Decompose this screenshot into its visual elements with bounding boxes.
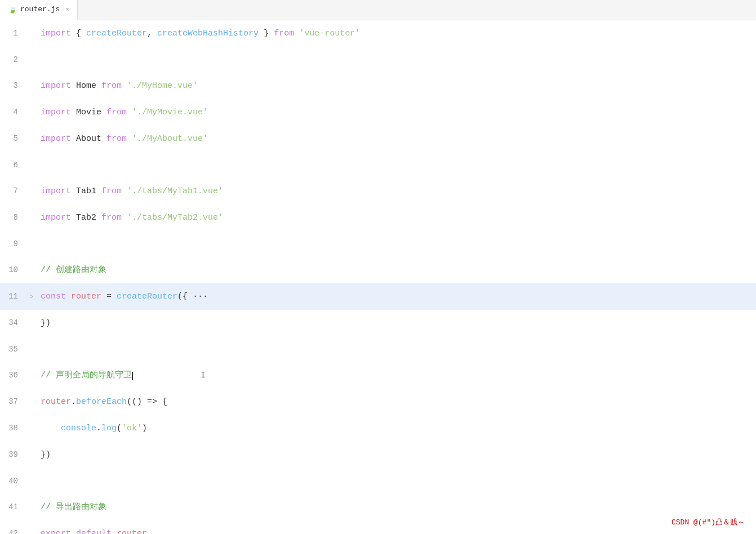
token-fn: log: [101, 424, 117, 433]
line-number: 9: [0, 231, 27, 257]
token-var-name: router: [71, 292, 101, 301]
token-var-name: router: [117, 529, 147, 534]
token-plain: [71, 81, 76, 91]
token-plain: [66, 292, 71, 301]
line-number: 40: [0, 468, 27, 494]
token-plain: [127, 134, 132, 144]
token-comment: // 导出路由对象: [41, 502, 106, 512]
line-number: 35: [0, 336, 27, 362]
line-number: 2: [0, 47, 27, 73]
token-kw: from: [106, 108, 127, 117]
token-fn: beforeEach: [76, 397, 127, 407]
token-plain: [96, 81, 101, 91]
code-line[interactable]: 1import { createRouter, createWebHashHis…: [0, 20, 756, 47]
token-kw: import: [41, 213, 71, 222]
token-plain: .: [96, 424, 101, 433]
token-plain: }): [41, 450, 51, 460]
code-line[interactable]: 41// 导出路由对象: [0, 494, 756, 520]
line-number: 11: [0, 283, 27, 309]
line-number: 42: [0, 520, 27, 534]
line-number: 6: [0, 152, 27, 178]
line-number: 10: [0, 257, 27, 283]
token-plain: [122, 186, 127, 196]
token-plain: [71, 186, 76, 196]
token-fn: console: [61, 424, 96, 433]
token-plain: ): [142, 424, 147, 433]
token-str: './tabs/MyTab2.vue': [127, 213, 223, 222]
code-line[interactable]: 5import About from './MyAbout.vue': [0, 126, 756, 152]
token-comment: // 创建路由对象: [41, 265, 106, 275]
token-plain: [71, 213, 76, 222]
token-str: './MyMovie.vue': [132, 108, 208, 117]
code-line[interactable]: 36// 声明全局的导航守卫I: [0, 362, 756, 389]
token-str: './MyHome.vue': [127, 81, 198, 91]
token-plain: [96, 186, 101, 196]
line-number: 4: [0, 99, 27, 125]
code-line[interactable]: 38 console.log('ok'): [0, 415, 756, 442]
token-plain: ({ ···: [177, 292, 208, 301]
token-kw: from: [101, 81, 122, 91]
token-plain: (: [117, 424, 122, 433]
token-plain: [101, 108, 106, 117]
code-editor[interactable]: 1import { createRouter, createWebHashHis…: [0, 20, 756, 534]
code-line[interactable]: 11>const router = createRouter({ ···: [0, 283, 756, 310]
code-content: }): [36, 442, 756, 468]
token-plain: Tab1: [76, 186, 96, 196]
line-number: 34: [0, 310, 27, 336]
code-line[interactable]: 34}): [0, 310, 756, 336]
token-kw: from: [274, 29, 294, 38]
code-content: // 声明全局的导航守卫I: [36, 363, 756, 389]
code-line[interactable]: 6: [0, 152, 756, 178]
router-js-tab[interactable]: 🍃 router.js ×: [0, 0, 78, 20]
file-icon: 🍃: [8, 5, 17, 14]
code-content: // 创建路由对象: [36, 257, 756, 283]
token-kw: import: [41, 134, 71, 144]
code-line[interactable]: 40: [0, 468, 756, 494]
token-plain: [101, 134, 106, 144]
token-str: 'vue-router': [299, 29, 360, 38]
code-line[interactable]: 7import Tab1 from './tabs/MyTab1.vue': [0, 178, 756, 204]
token-kw: export: [41, 529, 71, 534]
token-plain: [71, 529, 76, 534]
code-line[interactable]: 2: [0, 47, 756, 73]
token-plain: [112, 529, 117, 534]
token-plain: [127, 108, 132, 117]
token-kw: from: [106, 134, 127, 144]
code-line[interactable]: 35: [0, 336, 756, 362]
code-line[interactable]: 4import Movie from './MyMovie.vue': [0, 99, 756, 126]
code-line[interactable]: 10// 创建路由对象: [0, 257, 756, 283]
token-plain: =: [101, 292, 117, 301]
code-line[interactable]: 37router.beforeEach(() => {: [0, 389, 756, 415]
line-number: 39: [0, 442, 27, 468]
code-content: import Movie from './MyMovie.vue': [36, 100, 756, 126]
token-var-name: router: [41, 397, 71, 407]
tab-filename: router.js: [20, 5, 60, 14]
token-fn: createWebHashHistory: [157, 29, 259, 38]
code-line[interactable]: 42export default router: [0, 520, 756, 534]
token-str: './MyAbout.vue': [132, 134, 208, 144]
token-plain: [71, 134, 76, 144]
token-comment: // 声明全局的导航守卫: [41, 371, 132, 380]
code-line[interactable]: 8import Tab2 from './tabs/MyTab2.vue': [0, 204, 756, 231]
token-plain: {: [71, 29, 86, 38]
code-line[interactable]: 9: [0, 231, 756, 257]
code-content: // 导出路由对象: [36, 495, 756, 520]
code-line[interactable]: 39}): [0, 442, 756, 468]
code-content: export default router: [36, 521, 756, 534]
token-str: 'ok': [122, 424, 142, 433]
fold-arrow[interactable]: >: [27, 284, 36, 310]
token-fn: createRouter: [117, 292, 177, 301]
token-plain: (() => {: [127, 397, 167, 407]
code-content: const router = createRouter({ ···: [36, 284, 756, 310]
code-line[interactable]: 3import Home from './MyHome.vue': [0, 73, 756, 99]
code-content: router.beforeEach(() => {: [36, 389, 756, 415]
code-content: }): [36, 310, 756, 336]
code-content: import Tab1 from './tabs/MyTab1.vue': [36, 179, 756, 204]
token-kw: import: [41, 186, 71, 196]
line-number: 1: [0, 20, 27, 46]
token-kw: default: [76, 529, 112, 534]
token-plain: .: [71, 397, 76, 407]
token-plain: }: [259, 29, 274, 38]
code-content: import Home from './MyHome.vue': [36, 73, 756, 99]
tab-close-button[interactable]: ×: [65, 6, 69, 13]
